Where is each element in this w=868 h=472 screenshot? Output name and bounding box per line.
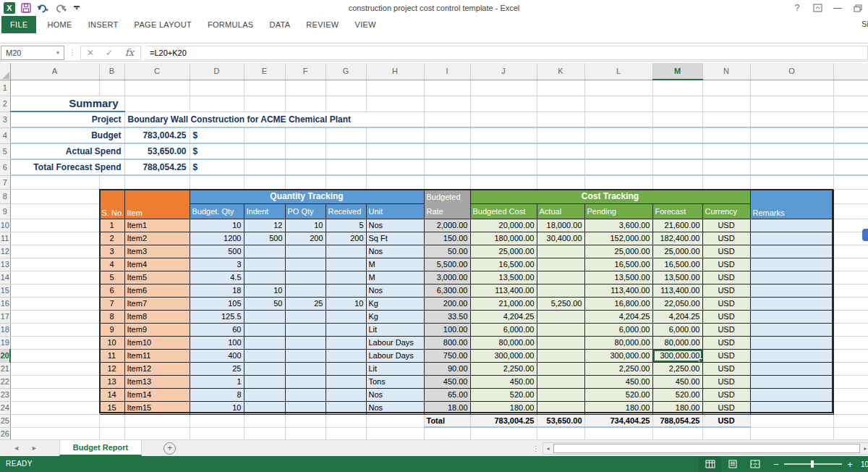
grid-cell[interactable]: [702, 111, 750, 127]
cell-J21[interactable]: 2,250.00: [470, 362, 537, 375]
cell-K11[interactable]: 30,400.00: [537, 232, 584, 245]
header-sno[interactable]: S. No.: [99, 189, 124, 219]
column-header-A[interactable]: A: [10, 63, 99, 80]
cell-N19[interactable]: USD: [702, 336, 750, 349]
cell-N24[interactable]: USD: [702, 401, 750, 414]
grid-cell[interactable]: [285, 427, 326, 440]
grid-cell[interactable]: [470, 111, 537, 127]
cell-E22[interactable]: [244, 375, 285, 388]
cell-O16[interactable]: [750, 297, 833, 310]
grid-cell[interactable]: [10, 336, 99, 349]
cell-G23[interactable]: [326, 388, 366, 401]
cell-D15[interactable]: 18: [190, 284, 244, 297]
row-header-10[interactable]: 10: [0, 219, 10, 232]
header-po-qty[interactable]: PO Qty: [285, 204, 326, 219]
cell-H24[interactable]: Nos: [366, 401, 424, 414]
column-header-O[interactable]: O: [750, 63, 833, 80]
cell-B14[interactable]: 5: [99, 271, 124, 284]
cell-L25[interactable]: 734,404.25: [584, 414, 652, 427]
cell-J16[interactable]: 21,000.00: [470, 297, 537, 310]
grid-cell[interactable]: [750, 175, 833, 189]
cell-O15[interactable]: [750, 284, 833, 297]
cell-C23[interactable]: Item14: [124, 388, 190, 401]
grid-cell[interactable]: [285, 159, 326, 175]
cell-D13[interactable]: 3: [190, 258, 244, 271]
grid-cell[interactable]: [366, 96, 424, 111]
minimize-button[interactable]: —: [827, 0, 848, 16]
cell-M18[interactable]: 6,000.00: [652, 323, 702, 336]
cell-G24[interactable]: [326, 401, 366, 414]
cell-N14[interactable]: USD: [702, 271, 750, 284]
cell-K13[interactable]: [537, 258, 584, 271]
cell-D24[interactable]: 10: [190, 401, 244, 414]
grid-cell[interactable]: [244, 80, 285, 96]
cell-E18[interactable]: [244, 323, 285, 336]
new-sheet-button[interactable]: +: [163, 442, 176, 455]
cell-N25[interactable]: USD: [702, 414, 750, 427]
cell-C19[interactable]: Item10: [124, 336, 190, 349]
cell-O19[interactable]: [750, 336, 833, 349]
grid-cell[interactable]: [10, 80, 99, 96]
cell-L21[interactable]: 2,250.00: [584, 362, 652, 375]
cell-K25[interactable]: 53,650.00: [537, 414, 584, 427]
cell-C6[interactable]: 788,054.25: [124, 159, 190, 175]
grid-cell[interactable]: [10, 284, 99, 297]
cell-L20[interactable]: 300,000.00: [584, 349, 652, 362]
grid-cell[interactable]: [326, 175, 366, 189]
header-quantity-tracking[interactable]: Quantity Tracking: [190, 189, 424, 204]
cell-C20[interactable]: Item11: [124, 349, 190, 362]
grid-cell[interactable]: [470, 96, 537, 111]
cell-E15[interactable]: 10: [244, 284, 285, 297]
column-header-D[interactable]: D: [190, 63, 244, 80]
cell-G10[interactable]: 5: [326, 219, 366, 232]
cell-M11[interactable]: 182,400.00: [652, 232, 702, 245]
select-all-corner[interactable]: [0, 63, 10, 80]
row-header-24[interactable]: 24: [0, 401, 10, 414]
cell-K14[interactable]: [537, 271, 584, 284]
grid-cell[interactable]: [285, 414, 326, 427]
cell-K17[interactable]: [537, 310, 584, 323]
cell-B18[interactable]: 9: [99, 323, 124, 336]
cell-C16[interactable]: Item7: [124, 297, 190, 310]
cell-F14[interactable]: [285, 271, 326, 284]
cell-G21[interactable]: [326, 362, 366, 375]
cell-B24[interactable]: 15: [99, 401, 124, 414]
cell-O13[interactable]: [750, 258, 833, 271]
grid-cell[interactable]: [424, 127, 470, 143]
cell-B17[interactable]: 8: [99, 310, 124, 323]
prev-sheet-icon[interactable]: ◄: [13, 444, 20, 452]
cell-K12[interactable]: [537, 245, 584, 258]
cell-O17[interactable]: [750, 310, 833, 323]
grid-cell[interactable]: [702, 175, 750, 189]
column-header-L[interactable]: L: [584, 63, 652, 80]
sign-in-link[interactable]: Sign in: [861, 20, 868, 28]
cell-M23[interactable]: 520.00: [652, 388, 702, 401]
page-break-view-icon[interactable]: [744, 456, 766, 472]
column-header-M[interactable]: M: [652, 63, 702, 80]
row-header-4[interactable]: 4: [0, 127, 10, 143]
row-header-22[interactable]: 22: [0, 375, 10, 388]
row-header-13[interactable]: 13: [0, 258, 10, 271]
cell-J17[interactable]: 4,204.25: [470, 310, 537, 323]
grid-cell[interactable]: [537, 111, 584, 127]
cell-B16[interactable]: 7: [99, 297, 124, 310]
cell-M16[interactable]: 22,050.00: [652, 297, 702, 310]
name-box[interactable]: M20▼: [1, 46, 64, 60]
cell-G16[interactable]: 10: [326, 297, 366, 310]
grid-cell[interactable]: [10, 219, 99, 232]
cell-M20[interactable]: 300,000.00: [652, 349, 702, 362]
grid-cell[interactable]: [10, 362, 99, 375]
cell-J11[interactable]: 180,000.00: [470, 232, 537, 245]
cell-I24[interactable]: 18.00: [424, 401, 470, 414]
vertical-scrollbar-thumb[interactable]: [862, 229, 868, 241]
cell-J10[interactable]: 20,000.00: [470, 219, 537, 232]
row-header-19[interactable]: 19: [0, 336, 10, 349]
save-icon[interactable]: [21, 3, 31, 13]
cell-L19[interactable]: 80,000.00: [584, 336, 652, 349]
cell-D23[interactable]: 8: [190, 388, 244, 401]
cell-L14[interactable]: 13,500.00: [584, 271, 652, 284]
cell-J12[interactable]: 25,000.00: [470, 245, 537, 258]
row-header-11[interactable]: 11: [0, 232, 10, 245]
grid-cell[interactable]: [702, 127, 750, 143]
grid-cell[interactable]: [424, 427, 470, 440]
